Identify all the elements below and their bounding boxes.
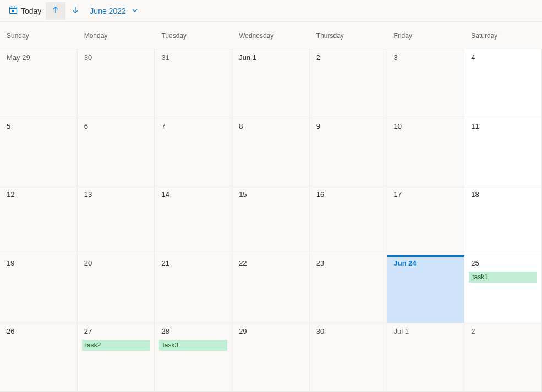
- date-label: 17: [387, 189, 464, 201]
- calendar-cell[interactable]: Jul 1: [387, 323, 465, 392]
- calendar-cell[interactable]: 10: [387, 118, 465, 187]
- date-label: 4: [464, 52, 541, 64]
- chevron-down-icon: [132, 7, 138, 15]
- date-label: 19: [0, 257, 77, 269]
- date-label: 7: [155, 120, 232, 132]
- date-label: 29: [232, 325, 309, 338]
- date-label: 23: [310, 257, 387, 269]
- date-label: 31: [155, 52, 232, 64]
- date-label: 15: [232, 189, 309, 201]
- calendar-cell[interactable]: 23: [310, 255, 387, 324]
- date-label: 30: [78, 52, 155, 64]
- date-label: Jul 1: [387, 325, 464, 338]
- calendar-cell[interactable]: 30: [78, 49, 155, 118]
- date-label: May 29: [0, 52, 77, 64]
- calendar-cell[interactable]: 2: [310, 49, 387, 118]
- calendar-cell[interactable]: 21: [155, 255, 232, 324]
- prev-button[interactable]: [46, 2, 65, 20]
- date-label: 5: [0, 120, 77, 132]
- calendar-cell[interactable]: 9: [310, 118, 387, 187]
- calendar-cell[interactable]: Jun 1: [232, 49, 310, 118]
- date-label: 28: [155, 325, 232, 338]
- calendar-cell[interactable]: 11: [464, 118, 542, 187]
- calendar-icon: [9, 5, 18, 16]
- date-label: 8: [232, 120, 309, 132]
- date-label: 6: [78, 120, 155, 132]
- calendar-cell[interactable]: 22: [232, 255, 310, 324]
- weekday-label: Thursday: [310, 22, 387, 49]
- svg-rect-4: [12, 10, 14, 12]
- date-label: 21: [155, 257, 232, 269]
- calendar-event[interactable]: task1: [469, 272, 537, 283]
- today-button-label: Today: [21, 7, 41, 15]
- calendar-cell[interactable]: 27task2: [78, 323, 155, 392]
- calendar-cell[interactable]: 18: [464, 186, 542, 255]
- date-label: 3: [387, 52, 464, 64]
- arrow-up-icon: [52, 6, 59, 16]
- weekday-label: Wednesday: [232, 22, 310, 49]
- calendar-cell[interactable]: 30: [310, 323, 387, 392]
- calendar-cell[interactable]: 25task1: [464, 255, 542, 324]
- calendar-cell[interactable]: 5: [0, 118, 78, 187]
- weekday-label: Sunday: [0, 22, 78, 49]
- month-picker[interactable]: June 2022: [90, 7, 138, 15]
- date-label: 22: [232, 257, 309, 269]
- next-button[interactable]: [65, 2, 85, 20]
- date-label: 12: [0, 189, 77, 201]
- date-label: 16: [310, 189, 387, 201]
- weekday-label: Friday: [387, 22, 465, 49]
- calendar-cell[interactable]: 19: [0, 255, 78, 324]
- calendar-cell[interactable]: 20: [78, 255, 155, 324]
- date-label: Jun 1: [232, 52, 309, 64]
- calendar-cell[interactable]: 3: [387, 49, 465, 118]
- calendar-cell[interactable]: 7: [155, 118, 232, 187]
- today-button[interactable]: Today: [4, 3, 46, 18]
- date-label: 14: [155, 189, 232, 201]
- date-label: 2: [464, 325, 541, 338]
- calendar-cell[interactable]: 15: [232, 186, 310, 255]
- toolbar: Today June 2022: [0, 0, 542, 22]
- date-label: 2: [310, 52, 387, 64]
- calendar-cell[interactable]: 16: [310, 186, 387, 255]
- date-label: Jun 24: [387, 257, 464, 269]
- date-label: 26: [0, 325, 77, 338]
- calendar-cell[interactable]: 17: [387, 186, 465, 255]
- date-label: 9: [310, 120, 387, 132]
- date-label: 10: [387, 120, 464, 132]
- weekday-header: Sunday Monday Tuesday Wednesday Thursday…: [0, 22, 542, 49]
- calendar-cell[interactable]: 2: [464, 323, 542, 392]
- calendar-cell[interactable]: 13: [78, 186, 155, 255]
- weekday-label: Saturday: [464, 22, 542, 49]
- calendar-cell[interactable]: Jun 24: [387, 255, 465, 324]
- calendar-cell[interactable]: 31: [155, 49, 232, 118]
- calendar-cell[interactable]: 28task3: [155, 323, 232, 392]
- calendar-cell[interactable]: 29: [232, 323, 310, 392]
- calendar-cell[interactable]: 8: [232, 118, 310, 187]
- calendar-event[interactable]: task3: [159, 340, 227, 351]
- date-label: 20: [78, 257, 155, 269]
- arrow-down-icon: [72, 6, 79, 16]
- calendar-cell[interactable]: 6: [78, 118, 155, 187]
- date-label: 27: [78, 325, 155, 338]
- calendar-cell[interactable]: 12: [0, 186, 78, 255]
- date-label: 30: [310, 325, 387, 338]
- month-label: June 2022: [90, 7, 125, 15]
- weekday-label: Tuesday: [155, 22, 232, 49]
- date-label: 11: [464, 120, 541, 132]
- date-label: 25: [464, 257, 541, 269]
- weekday-label: Monday: [78, 22, 155, 49]
- date-label: 13: [78, 189, 155, 201]
- calendar-cell[interactable]: 14: [155, 186, 232, 255]
- calendar-cell[interactable]: May 29: [0, 49, 78, 118]
- calendar-cell[interactable]: 26: [0, 323, 78, 392]
- calendar-event[interactable]: task2: [82, 340, 150, 351]
- calendar-grid: May 293031Jun 12345678910111213141516171…: [0, 49, 542, 392]
- calendar-cell[interactable]: 4: [464, 49, 542, 118]
- date-label: 18: [464, 189, 541, 201]
